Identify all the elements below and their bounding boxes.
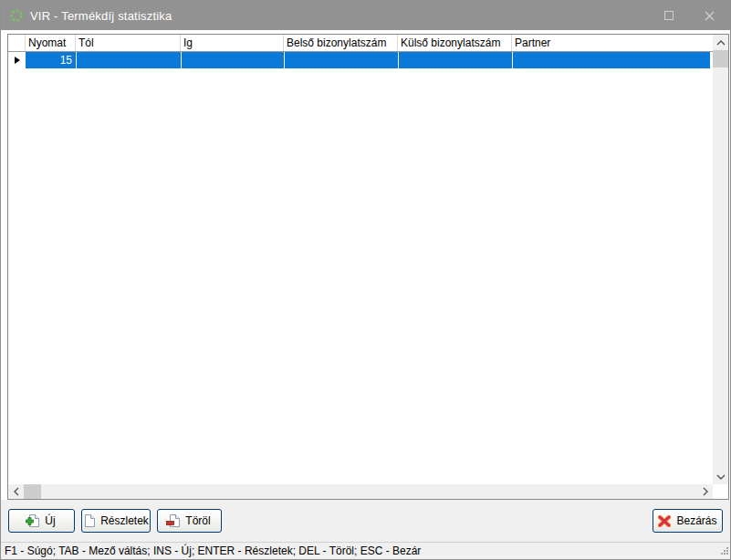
header-partner[interactable]: Partner [512,35,713,51]
grid-header: Nyomat Tól Ig Belső bizonylatszám Külső … [8,35,713,52]
vertical-scrollbar[interactable] [713,35,728,484]
data-grid: Nyomat Tól Ig Belső bizonylatszám Külső … [7,34,729,500]
chevron-up-icon [716,40,726,46]
close-dialog-button[interactable]: Bezárás [653,509,723,533]
details-button-label: Részletek [100,514,149,527]
status-bar: F1 - Súgó; TAB - Mező váltás; INS - Új; … [1,542,730,559]
details-button[interactable]: Részletek [81,509,151,533]
document-plus-icon [27,514,39,527]
button-panel: Új Részletek [1,500,730,542]
vertical-scrollbar-thumb[interactable] [713,50,728,67]
window-title: VIR - Termékdíj statisztika [30,9,172,23]
row-indicator-cell [8,52,26,68]
horizontal-scrollbar[interactable] [8,484,713,499]
close-window-button[interactable] [689,1,730,30]
resize-grip[interactable] [720,544,728,557]
cell-kulso-bizonylatszam[interactable] [398,52,512,68]
window-controls [648,1,730,30]
document-minus-icon [168,514,180,527]
header-nyomat[interactable]: Nyomat [26,35,76,51]
row-indicator-icon [15,57,20,64]
delete-button[interactable]: Töröl [157,509,222,533]
delete-button-label: Töröl [185,514,210,527]
close-dialog-button-label: Bezárás [676,514,716,527]
header-ig[interactable]: Ig [181,35,284,51]
scroll-up-button[interactable] [713,35,728,50]
maximize-icon [664,11,674,20]
maximize-button[interactable] [648,1,689,30]
document-icon [83,514,95,527]
new-button[interactable]: Új [8,509,75,533]
cell-ig[interactable] [181,52,284,68]
cell-nyomat[interactable]: 15 [26,52,76,68]
header-belso-bizonylatszam[interactable]: Belső bizonylatszám [284,35,398,51]
header-kulso-bizonylatszam[interactable]: Külső bizonylatszám [398,35,512,51]
client-area: Nyomat Tól Ig Belső bizonylatszám Külső … [1,30,730,500]
chevron-down-icon [716,474,726,480]
horizontal-scrollbar-thumb[interactable] [24,484,41,499]
cell-partner[interactable] [512,52,710,68]
scroll-right-button[interactable] [697,484,713,499]
scroll-left-button[interactable] [8,484,24,499]
app-window: VIR - Termékdíj statisztika Nyomat Tól I… [0,0,731,560]
status-bar-text: F1 - Súgó; TAB - Mező váltás; INS - Új; … [5,544,421,557]
close-icon [705,11,715,21]
scroll-down-button[interactable] [713,469,728,484]
new-button-label: Új [45,514,55,527]
titlebar: VIR - Termékdíj statisztika [1,1,730,30]
cell-belso-bizonylatszam[interactable] [284,52,398,68]
app-icon [8,7,25,24]
chevron-left-icon [14,487,19,496]
table-row[interactable]: 15 [8,52,713,68]
header-indicator-cell [8,35,26,51]
red-x-icon [658,515,671,527]
header-tol[interactable]: Tól [76,35,181,51]
cell-tol[interactable] [76,52,181,68]
chevron-right-icon [703,487,708,496]
